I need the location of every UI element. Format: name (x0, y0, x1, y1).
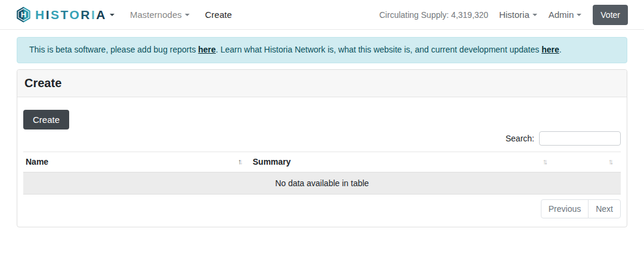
historia-dropdown[interactable]: Historia (499, 10, 537, 20)
sort-icon: ↑↓ (543, 157, 552, 166)
nav-item-create[interactable]: Create (205, 10, 232, 20)
masternodes-dropdown-caret-icon (185, 14, 190, 16)
brand-dropdown-caret-icon (110, 14, 114, 16)
banner-text-segment: This is beta software, please add bug re… (29, 45, 198, 54)
table-pagination: Previous Next (23, 199, 621, 218)
development-updates-here-link[interactable]: here (541, 45, 559, 54)
svg-text:H: H (21, 11, 26, 19)
banner-text-segment: . (559, 45, 562, 54)
create-card: Create Create Search: Name ↑↓ (17, 69, 627, 227)
column-header-summary-label: Summary (253, 157, 291, 166)
admin-dropdown[interactable]: Admin (549, 10, 582, 20)
historia-hexagon-logo-icon: H (16, 7, 31, 23)
brand-wordmark: HISTORIA (35, 8, 107, 21)
pagination-next-button[interactable]: Next (588, 199, 621, 218)
card-body: Create Search: Name ↑↓ (17, 97, 627, 227)
brand-link[interactable]: H HISTORIA (16, 7, 114, 23)
search-label: Search: (506, 134, 534, 143)
bug-reports-here-link[interactable]: here (198, 45, 216, 54)
historia-dropdown-caret-icon (532, 14, 537, 16)
admin-dropdown-label: Admin (549, 10, 574, 20)
beta-alert-banner: This is beta software, please add bug re… (17, 37, 627, 63)
pagination-previous-button[interactable]: Previous (541, 199, 589, 218)
admin-dropdown-caret-icon (577, 14, 581, 16)
create-button[interactable]: Create (23, 110, 69, 129)
nav-item-masternodes-label: Masternodes (130, 10, 182, 20)
sort-icon: ↑↓ (608, 157, 617, 166)
table-empty-row: No data available in table (23, 172, 621, 194)
navbar-right-group: Circulating Supply: 4,319,320 Historia A… (379, 5, 628, 25)
records-table: Name ↑↓ Summary ↑↓ (23, 152, 621, 195)
column-header-name[interactable]: Name ↑↓ (23, 152, 250, 172)
column-header-summary[interactable]: Summary ↑↓ (250, 152, 555, 172)
nav-item-masternodes[interactable]: Masternodes (130, 10, 190, 20)
column-header-name-label: Name (26, 157, 48, 166)
circulating-supply-text: Circulating Supply: 4,319,320 (379, 10, 488, 20)
empty-table-message: No data available in table (23, 172, 621, 194)
table-header-row: Name ↑↓ Summary ↑↓ (23, 152, 621, 172)
voter-button[interactable]: Voter (593, 5, 628, 25)
card-header: Create (17, 70, 627, 97)
search-input[interactable] (539, 131, 621, 146)
sort-icon: ↑↓ (238, 157, 247, 166)
table-search-row: Search: (23, 131, 621, 146)
page-title: Create (24, 76, 620, 90)
nav-item-create-label: Create (205, 10, 232, 20)
banner-text-segment: . Learn what Historia Network is, what t… (216, 45, 541, 54)
top-navbar: H HISTORIA Masternodes Create Circulatin… (0, 0, 644, 30)
column-header-extra[interactable]: ↑↓ (555, 152, 621, 172)
historia-dropdown-label: Historia (499, 10, 530, 20)
